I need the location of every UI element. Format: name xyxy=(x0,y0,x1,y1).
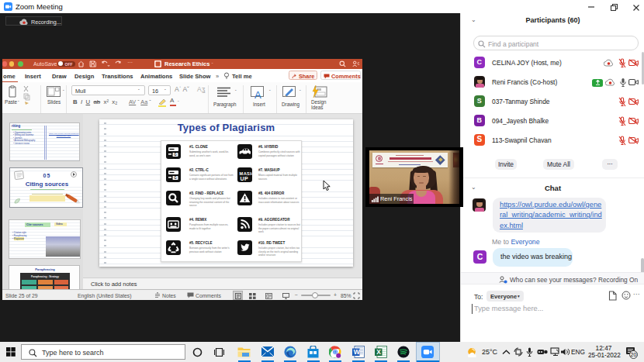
svg-text:G: G xyxy=(174,153,177,157)
svg-text:UP: UP xyxy=(240,176,248,181)
svg-text:G: G xyxy=(174,176,177,180)
svg-text:X: X xyxy=(376,348,381,356)
svg-text:A: A xyxy=(254,89,261,100)
svg-text:W: W xyxy=(354,348,361,356)
